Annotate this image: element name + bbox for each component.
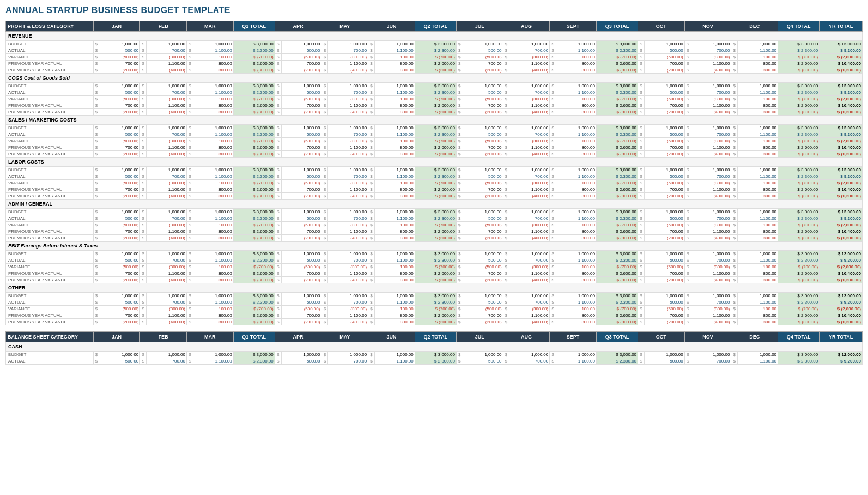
balance-header-q4: Q4 TOTAL [778,332,820,342]
table-row: ACTUAL$500.00$700.00$1,100.00$ 2,300.00$… [6,299,863,306]
section-title-row: REVENUE [6,32,863,41]
main-table: PROFIT & LOSS CATEGORY JAN FEB MAR Q1 TO… [5,21,863,325]
section-title-row: CASH [6,342,863,352]
table-row: PREVIOUS YEAR ACTUAL$700.00$1,100.00$800… [6,102,863,109]
balance-header-q1: Q1 TOTAL [233,332,275,342]
table-row: VARIANCE$(500.00)$(300.00)$100.00$ (700.… [6,138,863,144]
header-oct: OCT [638,21,685,32]
table-row: BUDGET$1,000.00$1,000.00$1,000.00$ 3,000… [6,251,863,257]
table-row: BUDGET$1,000.00$1,000.00$1,000.00$ 3,000… [6,352,863,358]
balance-header-sep: SEPT [550,332,597,342]
header-may: MAY [321,21,368,32]
balance-header-q2: Q2 TOTAL [415,332,456,342]
table-row: PREVIOUS YEAR ACTUAL$700.00$1,100.00$800… [6,144,863,151]
section-title-row: EBIT Earnings Before Interest & Taxes [6,242,863,251]
table-row: ACTUAL$500.00$700.00$1,100.00$ 2,300.00$… [6,89,863,96]
table-row: VARIANCE$(500.00)$(300.00)$100.00$ (700.… [6,264,863,270]
table-row: ACTUAL$500.00$700.00$1,100.00$ 2,300.00$… [6,215,863,222]
balance-header-jan: JAN [93,332,140,342]
table-row: BUDGET$1,000.00$1,000.00$1,000.00$ 3,000… [6,209,863,215]
header-feb: FEB [140,21,187,32]
balance-header-jul: JUL [456,332,503,342]
balance-header-category: BALANCE SHEET CATEGORY [6,332,94,342]
balance-header-jun: JUN [368,332,415,342]
header-aug: AUG [503,21,550,32]
balance-header-may: MAY [321,332,368,342]
header-jan: JAN [93,21,140,32]
table-row: PREVIOUS YEAR VARIANCE$(200.00)$(400.00)… [6,109,863,116]
header-mar: MAR [186,21,233,32]
table-row: ACTUAL$500.00$700.00$1,100.00$ 2,300.00$… [6,257,863,264]
header-dec: DEC [731,21,778,32]
balance-table: BALANCE SHEET CATEGORY JAN FEB MAR Q1 TO… [5,331,863,365]
table-row: PREVIOUS YEAR VARIANCE$(200.00)$(400.00)… [6,193,863,200]
table-row: PREVIOUS YEAR VARIANCE$(200.00)$(400.00)… [6,67,863,74]
table-row: PREVIOUS YEAR VARIANCE$(200.00)$(400.00)… [6,277,863,283]
header-sep: SEPT [550,21,597,32]
header-q3: Q3 TOTAL [596,21,638,32]
table-row: BUDGET$1,000.00$1,000.00$1,000.00$ 3,000… [6,83,863,89]
table-row: VARIANCE$(500.00)$(300.00)$100.00$ (700.… [6,180,863,186]
table-row: BUDGET$1,000.00$1,000.00$1,000.00$ 3,000… [6,41,863,47]
table-row: PREVIOUS YEAR VARIANCE$(200.00)$(400.00)… [6,235,863,242]
section-title-row: OTHER [6,283,863,293]
table-row: VARIANCE$(500.00)$(300.00)$100.00$ (700.… [6,96,863,102]
table-row: PREVIOUS YEAR ACTUAL$700.00$1,100.00$800… [6,186,863,193]
header-yr: YR TOTAL [820,21,863,32]
table-row: VARIANCE$(500.00)$(300.00)$100.00$ (700.… [6,54,863,61]
header-jun: JUN [368,21,415,32]
header-jul: JUL [456,21,503,32]
balance-header-aug: AUG [503,332,550,342]
header-apr: APR [275,21,321,32]
table-row: PREVIOUS YEAR ACTUAL$700.00$1,100.00$800… [6,228,863,235]
table-row: ACTUAL$500.00$700.00$1,100.00$ 2,300.00$… [6,47,863,54]
table-row: BUDGET$1,000.00$1,000.00$1,000.00$ 3,000… [6,167,863,173]
balance-header-q3: Q3 TOTAL [596,332,638,342]
section-title-row: SALES / MARKETING COSTS [6,116,863,125]
section-title-row: ADMIN / GENERAL [6,200,863,209]
table-row: PREVIOUS YEAR VARIANCE$(200.00)$(400.00)… [6,151,863,158]
table-row: VARIANCE$(500.00)$(300.00)$100.00$ (700.… [6,222,863,228]
table-row: VARIANCE$(500.00)$(300.00)$100.00$ (700.… [6,306,863,312]
table-header-row: PROFIT & LOSS CATEGORY JAN FEB MAR Q1 TO… [6,21,863,32]
balance-header-mar: MAR [186,332,233,342]
balance-header-dec: DEC [731,332,778,342]
balance-header-feb: FEB [140,332,187,342]
balance-header-apr: APR [275,332,321,342]
header-category: PROFIT & LOSS CATEGORY [6,21,94,32]
table-row: PREVIOUS YEAR ACTUAL$700.00$1,100.00$800… [6,312,863,319]
table-row: BUDGET$1,000.00$1,000.00$1,000.00$ 3,000… [6,125,863,131]
section-title-row: LABOR COSTS [6,158,863,167]
balance-header-oct: OCT [638,332,685,342]
header-q4: Q4 TOTAL [778,21,820,32]
table-row: ACTUAL$500.00$700.00$1,100.00$ 2,300.00$… [6,173,863,180]
section-title-row: COGS Cost of Goods Sold [6,74,863,83]
table-row: PREVIOUS YEAR VARIANCE$(200.00)$(400.00)… [6,319,863,325]
table-row: ACTUAL$500.00$700.00$1,100.00$ 2,300.00$… [6,131,863,138]
table-row: PREVIOUS YEAR ACTUAL$700.00$1,100.00$800… [6,61,863,67]
header-q1: Q1 TOTAL [233,21,275,32]
header-nov: NOV [684,21,731,32]
table-row: ACTUAL$500.00$700.00$1,100.00$ 2,300.00$… [6,358,863,365]
table-row: PREVIOUS YEAR ACTUAL$700.00$1,100.00$800… [6,270,863,277]
balance-header-yr: YR TOTAL [820,332,863,342]
page-title: ANNUAL STARTUP BUSINESS BUDGET TEMPLATE [5,5,863,15]
balance-header-row: BALANCE SHEET CATEGORY JAN FEB MAR Q1 TO… [6,332,863,342]
table-row: BUDGET$1,000.00$1,000.00$1,000.00$ 3,000… [6,293,863,299]
balance-header-nov: NOV [684,332,731,342]
header-q2: Q2 TOTAL [415,21,456,32]
